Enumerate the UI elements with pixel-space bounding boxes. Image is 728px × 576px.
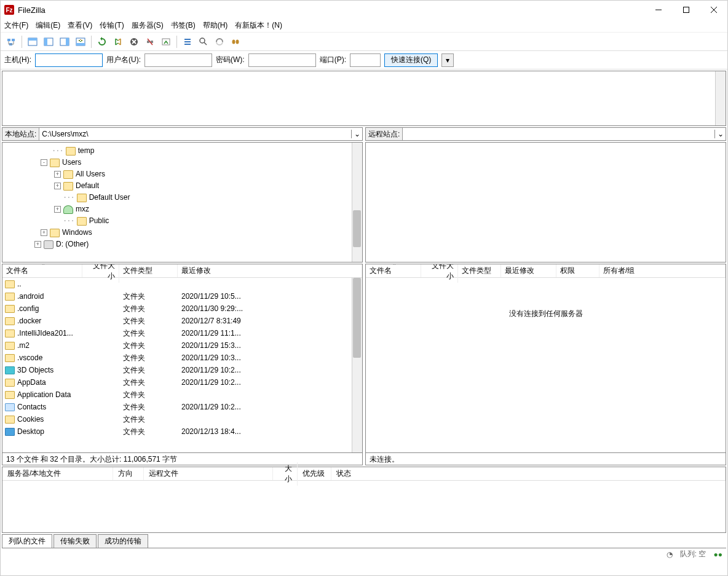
- file-row[interactable]: .android文件夹2020/11/29 10:5...: [2, 290, 362, 302]
- password-input[interactable]: [248, 53, 316, 67]
- minimize-button[interactable]: [644, 1, 672, 19]
- local-files-scrollbar[interactable]: [352, 278, 362, 452]
- disconnect-icon[interactable]: [143, 35, 157, 49]
- local-site-selector[interactable]: 本地站点: C:\Users\mxz\ ⌄: [2, 127, 363, 141]
- toggle-localtree-icon[interactable]: [42, 35, 55, 49]
- close-button[interactable]: [700, 1, 727, 19]
- expand-icon[interactable]: +: [54, 183, 61, 189]
- qcol-priority[interactable]: 优先级: [298, 467, 331, 480]
- menu-update[interactable]: 有新版本！(N): [235, 20, 282, 31]
- tree-node[interactable]: +mxz: [4, 203, 361, 215]
- col-modified[interactable]: 最近修改: [501, 264, 556, 277]
- filter-icon[interactable]: [181, 35, 194, 49]
- local-columns-header[interactable]: 文件名 文件大小 文件类型 最近修改: [2, 264, 362, 278]
- file-row[interactable]: .m2文件夹2020/11/29 15:3...: [2, 339, 362, 352]
- host-input[interactable]: [35, 53, 103, 67]
- file-row[interactable]: AppData文件夹2020/11/29 10:2...: [2, 376, 362, 389]
- refresh-icon[interactable]: [95, 35, 109, 49]
- folder-icon: [5, 317, 15, 325]
- file-row[interactable]: .docker文件夹2020/12/7 8:31:49: [2, 315, 362, 327]
- file-row[interactable]: Contacts文件夹2020/11/29 10:2...: [2, 401, 362, 413]
- expand-icon[interactable]: +: [54, 171, 61, 178]
- find-icon[interactable]: [229, 35, 242, 49]
- folder-icon: [5, 329, 15, 337]
- remote-columns-header[interactable]: 文件名 文件大小 文件类型 最近修改 权限 所有者/组: [366, 264, 726, 278]
- remote-tree-pane[interactable]: [365, 142, 726, 262]
- qcol-size[interactable]: 大小: [273, 462, 298, 486]
- chevron-down-icon[interactable]: ⌄: [351, 130, 362, 138]
- compare-icon[interactable]: [197, 35, 210, 49]
- menu-server[interactable]: 服务器(S): [132, 20, 164, 31]
- col-modified[interactable]: 最近修改: [178, 264, 362, 277]
- file-row[interactable]: 3D Objects文件夹2020/11/29 10:2...: [2, 364, 362, 376]
- expand-icon[interactable]: -: [41, 159, 47, 166]
- tree-node[interactable]: ···Default User: [4, 192, 361, 203]
- cancel-icon[interactable]: [127, 35, 141, 49]
- transfer-queue[interactable]: 服务器/本地文件 方向 远程文件 大小 优先级 状态: [2, 467, 726, 533]
- menu-file[interactable]: 文件(F): [4, 20, 28, 31]
- col-permissions[interactable]: 权限: [556, 264, 599, 277]
- file-modified: 2020/11/29 10:5...: [179, 292, 362, 301]
- local-file-list[interactable]: 文件名 文件大小 文件类型 最近修改 ...android文件夹2020/11/…: [2, 264, 363, 453]
- expand-icon[interactable]: +: [54, 206, 61, 213]
- tree-node[interactable]: ···temp: [4, 145, 361, 157]
- file-row[interactable]: ..: [2, 278, 362, 290]
- menu-edit[interactable]: 编辑(E): [36, 20, 60, 31]
- tab-queued[interactable]: 列队的文件: [2, 534, 52, 548]
- message-log[interactable]: [2, 71, 726, 126]
- file-row[interactable]: .vscode文件夹2020/11/29 10:3...: [2, 352, 362, 364]
- toggle-remotetree-icon[interactable]: [58, 35, 71, 49]
- file-row[interactable]: .config文件夹2020/11/30 9:29:...: [2, 302, 362, 315]
- folder-icon: [5, 305, 15, 313]
- sitemanager-icon[interactable]: [4, 35, 18, 49]
- file-row[interactable]: Desktop文件夹2020/12/13 18:4...: [2, 425, 362, 438]
- expand-icon[interactable]: +: [34, 241, 41, 248]
- tree-node[interactable]: +All Users: [4, 168, 361, 180]
- local-tree-scrollbar[interactable]: [352, 143, 362, 262]
- folder-icon: [5, 416, 15, 424]
- qcol-direction[interactable]: 方向: [113, 467, 144, 480]
- file-row[interactable]: Application Data文件夹: [2, 389, 362, 401]
- expand-icon[interactable]: +: [41, 229, 47, 236]
- col-filename[interactable]: 文件名: [366, 264, 421, 277]
- svg-point-28: [200, 38, 205, 43]
- menu-transfer[interactable]: 传输(T): [100, 20, 124, 31]
- remote-site-selector[interactable]: 远程站点: ⌄: [365, 127, 726, 141]
- tree-node[interactable]: +Default: [4, 180, 361, 192]
- menu-bookmarks[interactable]: 书签(B): [171, 20, 196, 31]
- qcol-remote[interactable]: 远程文件: [144, 467, 273, 480]
- toggle-queue-icon[interactable]: [74, 35, 87, 49]
- local-site-path[interactable]: C:\Users\mxz\: [39, 130, 351, 138]
- qcol-server[interactable]: 服务器/本地文件: [2, 467, 113, 480]
- reconnect-icon[interactable]: [159, 35, 173, 49]
- toggle-log-icon[interactable]: [26, 35, 39, 49]
- queue-header[interactable]: 服务器/本地文件 方向 远程文件 大小 优先级 状态: [2, 467, 726, 481]
- log-scrollbar[interactable]: [715, 71, 726, 125]
- menu-view[interactable]: 查看(V): [68, 20, 92, 31]
- col-filetype[interactable]: 文件类型: [458, 264, 501, 277]
- sync-browse-icon[interactable]: [213, 35, 226, 49]
- quickconnect-dropdown[interactable]: ▾: [441, 53, 454, 67]
- remote-file-list[interactable]: 文件名 文件大小 文件类型 最近修改 权限 所有者/组 没有连接到任何服务器: [365, 264, 726, 453]
- process-queue-icon[interactable]: [111, 35, 125, 49]
- file-row[interactable]: .IntelliJIdea201...文件夹2020/11/29 11:1...: [2, 327, 362, 339]
- port-input[interactable]: [350, 53, 381, 67]
- qcol-status[interactable]: 状态: [331, 467, 726, 480]
- tab-success[interactable]: 成功的传输: [98, 534, 148, 548]
- chevron-down-icon[interactable]: ⌄: [714, 130, 726, 138]
- tree-node[interactable]: ···Public: [4, 215, 361, 227]
- tab-failed[interactable]: 传输失败: [53, 534, 97, 548]
- file-row[interactable]: Cookies文件夹: [2, 413, 362, 425]
- tree-node[interactable]: +Windows: [4, 227, 361, 239]
- tree-node[interactable]: -Users: [4, 157, 361, 168]
- queue-tabs: 列队的文件 传输失败 成功的传输: [2, 534, 726, 548]
- col-owner[interactable]: 所有者/组: [599, 264, 726, 277]
- menu-help[interactable]: 帮助(H): [203, 20, 228, 31]
- col-filename[interactable]: 文件名: [2, 264, 82, 277]
- col-filetype[interactable]: 文件类型: [119, 264, 178, 277]
- quickconnect-button[interactable]: 快速连接(Q): [384, 53, 438, 67]
- maximize-button[interactable]: [672, 1, 700, 19]
- tree-node[interactable]: +D: (Other): [4, 239, 361, 250]
- username-input[interactable]: [144, 53, 212, 67]
- local-tree-pane[interactable]: ···temp-Users+All Users+Default···Defaul…: [2, 142, 363, 262]
